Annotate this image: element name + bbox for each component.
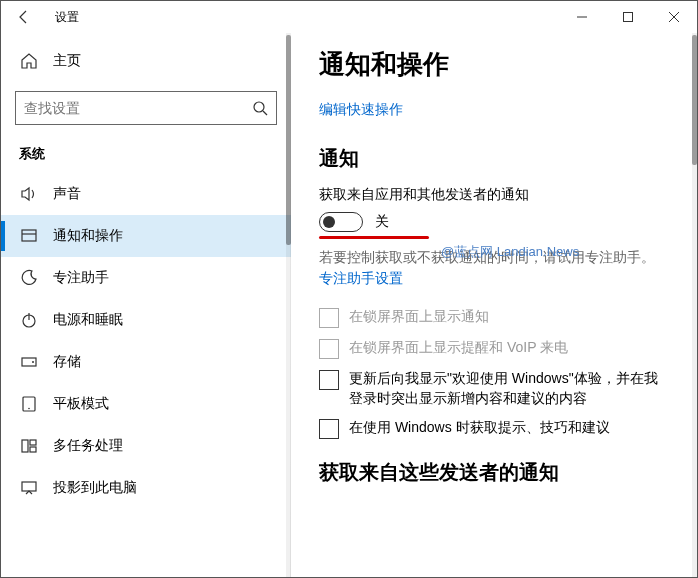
nav-item-tablet[interactable]: 平板模式 <box>1 383 291 425</box>
notifications-icon <box>19 227 39 245</box>
annotation-underline <box>319 236 429 239</box>
checkbox-group: 在锁屏界面上显示通知 在锁屏界面上显示提醒和 VoIP 来电 更新后向我显示"欢… <box>319 307 669 439</box>
checkbox <box>319 308 339 328</box>
search-icon <box>252 100 268 116</box>
notifications-toggle[interactable] <box>319 212 363 232</box>
svg-rect-13 <box>30 440 36 445</box>
nav-home[interactable]: 主页 <box>1 41 291 81</box>
back-button[interactable] <box>1 1 47 33</box>
nav-item-label: 专注助手 <box>53 269 109 287</box>
nav-item-storage[interactable]: 存储 <box>1 341 291 383</box>
sidebar: 主页 系统 声音 通知和操作 专注助手 <box>1 33 291 577</box>
nav-item-focus[interactable]: 专注助手 <box>1 257 291 299</box>
multitask-icon <box>19 437 39 455</box>
nav-item-label: 多任务处理 <box>53 437 123 455</box>
check-lockscreen-voip: 在锁屏界面上显示提醒和 VoIP 来电 <box>319 338 669 359</box>
toggle-state-text: 关 <box>375 213 389 231</box>
checkbox[interactable] <box>319 419 339 439</box>
content-pane: 通知和操作 编辑快速操作 通知 获取来自应用和其他发送者的通知 关 @蓝点网 L… <box>291 33 697 577</box>
svg-point-11 <box>28 408 30 410</box>
maximize-button[interactable] <box>605 1 651 33</box>
page-heading: 通知和操作 <box>319 47 669 82</box>
tablet-icon <box>19 395 39 413</box>
close-button[interactable] <box>651 1 697 33</box>
nav-item-label: 存储 <box>53 353 81 371</box>
nav-item-notifications[interactable]: 通知和操作 <box>1 215 291 257</box>
nav-item-label: 声音 <box>53 185 81 203</box>
category-header: 系统 <box>1 139 291 173</box>
senders-section-heading: 获取来自这些发送者的通知 <box>319 459 669 486</box>
nav-item-label: 电源和睡眠 <box>53 311 123 329</box>
check-welcome-experience[interactable]: 更新后向我显示"欢迎使用 Windows"体验，并在我登录时突出显示新增内容和建… <box>319 369 669 408</box>
svg-rect-4 <box>22 230 36 241</box>
svg-rect-12 <box>22 440 28 452</box>
nav-item-projecting[interactable]: 投影到此电脑 <box>1 467 291 509</box>
focus-icon <box>19 269 39 287</box>
checkbox <box>319 339 339 359</box>
window-title: 设置 <box>55 9 79 26</box>
nav-item-power[interactable]: 电源和睡眠 <box>1 299 291 341</box>
svg-rect-14 <box>30 447 36 452</box>
edit-quick-actions-link[interactable]: 编辑快速操作 <box>319 101 403 119</box>
sound-icon <box>19 185 39 203</box>
notifications-section-heading: 通知 <box>319 145 669 172</box>
power-icon <box>19 311 39 329</box>
search-box[interactable] <box>15 91 277 125</box>
svg-line-3 <box>263 111 267 115</box>
svg-point-2 <box>254 102 264 112</box>
nav-item-multitask[interactable]: 多任务处理 <box>1 425 291 467</box>
storage-icon <box>19 353 39 371</box>
nav-item-label: 通知和操作 <box>53 227 123 245</box>
nav-item-sound[interactable]: 声音 <box>1 173 291 215</box>
checkbox[interactable] <box>319 370 339 390</box>
titlebar: 设置 <box>1 1 697 33</box>
get-notifications-label: 获取来自应用和其他发送者的通知 <box>319 186 669 204</box>
svg-rect-15 <box>22 482 36 491</box>
nav-home-label: 主页 <box>53 52 81 70</box>
check-lockscreen-notif: 在锁屏界面上显示通知 <box>319 307 669 328</box>
svg-point-9 <box>32 361 34 363</box>
svg-rect-1 <box>624 13 633 22</box>
toggle-knob <box>323 216 335 228</box>
nav-item-label: 投影到此电脑 <box>53 479 137 497</box>
nav-item-label: 平板模式 <box>53 395 109 413</box>
check-tips[interactable]: 在使用 Windows 时获取提示、技巧和建议 <box>319 418 669 439</box>
content-scrollbar[interactable] <box>692 33 697 577</box>
nav-list: 声音 通知和操作 专注助手 电源和睡眠 存储 平板模式 <box>1 173 291 577</box>
focus-help-text: 若要控制获取或不获取通知的时间，请试用专注助手。 专注助手设置 <box>319 247 669 289</box>
home-icon <box>19 52 39 70</box>
projecting-icon <box>19 479 39 497</box>
minimize-button[interactable] <box>559 1 605 33</box>
scrollbar-thumb[interactable] <box>692 35 697 165</box>
search-input[interactable] <box>24 100 252 116</box>
focus-assist-link[interactable]: 专注助手设置 <box>319 268 403 289</box>
